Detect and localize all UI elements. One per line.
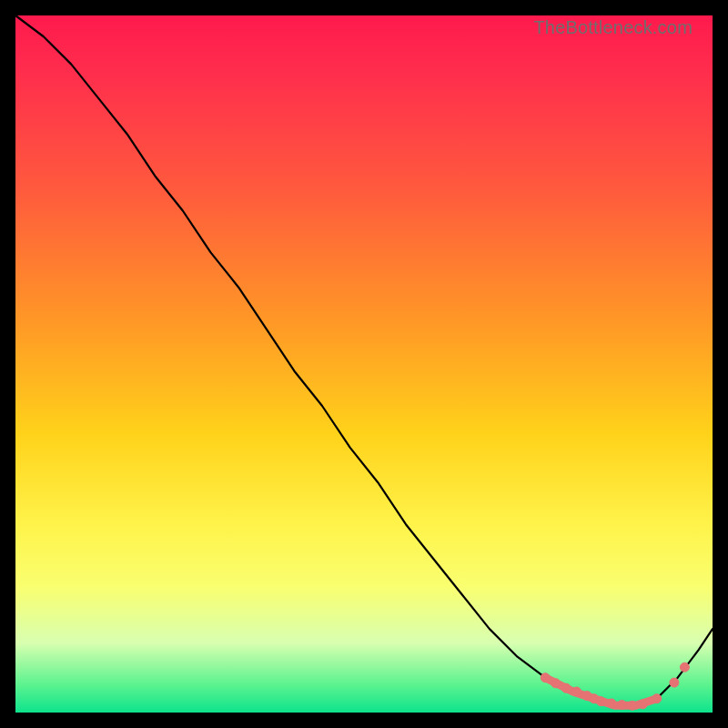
data-marker [607,699,616,708]
data-marker [652,694,662,703]
data-marker [680,662,689,672]
data-markers [541,662,689,710]
bottleneck-curve [15,15,713,705]
chart-svg [15,15,713,713]
data-marker [628,701,637,710]
data-marker [638,700,647,709]
watermark-text: TheBottleneck.com [533,17,693,38]
chart-frame: TheBottleneck.com [15,15,713,713]
data-marker [561,683,571,693]
data-marker [572,687,581,696]
data-marker [596,697,605,706]
data-marker [551,679,561,688]
data-marker [541,673,550,682]
data-marker [670,678,679,687]
data-marker [617,701,626,710]
